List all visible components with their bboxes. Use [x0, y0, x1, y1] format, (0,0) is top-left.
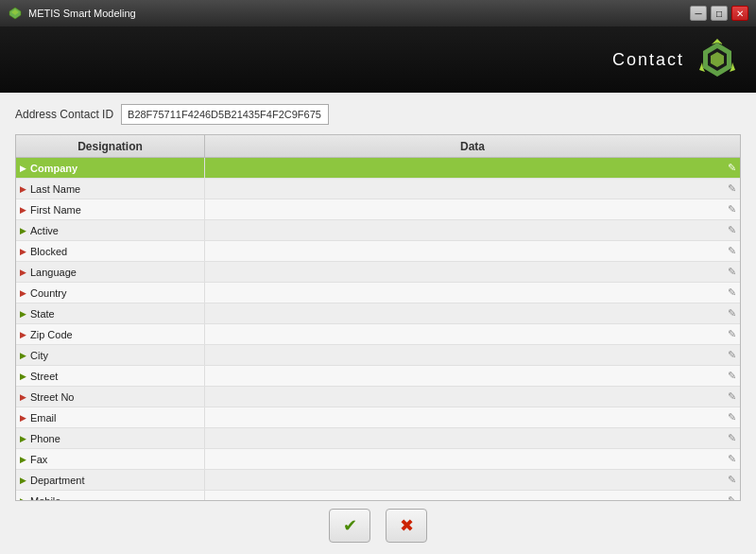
- contact-label: Contact: [612, 50, 684, 70]
- table-row[interactable]: ▶Email✎: [16, 407, 740, 428]
- row-data-2: ✎: [205, 199, 740, 219]
- table-row[interactable]: ▶Mobile✎: [16, 491, 740, 500]
- table-row[interactable]: ▶Department✎: [16, 470, 740, 491]
- table-row[interactable]: ▶Street No✎: [16, 387, 740, 407]
- cancel-icon: ✖: [400, 515, 414, 536]
- row-data-10: ✎: [205, 366, 740, 386]
- edit-icon[interactable]: ✎: [728, 432, 736, 444]
- edit-icon[interactable]: ✎: [728, 224, 736, 236]
- edit-icon[interactable]: ✎: [728, 328, 736, 340]
- close-button[interactable]: ✕: [731, 6, 748, 21]
- table-row[interactable]: ▶Company✎: [16, 158, 740, 179]
- row-label: City: [30, 350, 48, 361]
- row-designation-14: ▶Fax: [16, 449, 205, 469]
- row-label: Mobile: [30, 495, 60, 501]
- edit-icon[interactable]: ✎: [728, 474, 736, 486]
- edit-icon[interactable]: ✎: [728, 494, 736, 500]
- row-label: Street No: [30, 391, 74, 403]
- table-row[interactable]: ▶Active✎: [16, 220, 740, 241]
- row-data-11: ✎: [205, 387, 740, 407]
- edit-icon[interactable]: ✎: [728, 266, 736, 278]
- row-label: Fax: [30, 454, 47, 465]
- contact-id-input[interactable]: [121, 104, 329, 125]
- edit-icon[interactable]: ✎: [728, 349, 736, 361]
- contact-id-row: Address Contact ID: [15, 104, 741, 125]
- row-designation-10: ▶Street: [16, 366, 205, 386]
- row-data-12: ✎: [205, 407, 740, 427]
- table-row[interactable]: ▶Street✎: [16, 366, 740, 387]
- row-arrow: ▶: [20, 205, 26, 215]
- edit-icon[interactable]: ✎: [728, 182, 736, 195]
- table-row[interactable]: ▶Zip Code✎: [16, 324, 740, 345]
- metis-logo: [694, 36, 741, 83]
- row-data-1: ✎: [205, 179, 740, 199]
- row-data-16: ✎: [205, 491, 740, 500]
- col-designation: Designation: [16, 135, 205, 157]
- row-label: Department: [30, 475, 84, 486]
- edit-icon[interactable]: ✎: [728, 203, 736, 216]
- edit-icon[interactable]: ✎: [728, 162, 736, 174]
- row-data-5: ✎: [205, 262, 740, 282]
- confirm-button[interactable]: ✔: [329, 509, 370, 543]
- row-arrow: ▶: [20, 434, 26, 443]
- row-designation-9: ▶City: [16, 345, 205, 365]
- row-data-14: ✎: [205, 449, 740, 469]
- row-designation-5: ▶Language: [16, 262, 205, 282]
- row-arrow: ▶: [20, 288, 26, 298]
- row-label: Zip Code: [30, 329, 73, 340]
- row-label: Phone: [30, 433, 60, 444]
- table-row[interactable]: ▶Fax✎: [16, 449, 740, 470]
- bottom-actions: ✔ ✖: [15, 501, 741, 546]
- row-arrow: ▶: [20, 184, 26, 194]
- row-arrow: ▶: [20, 226, 26, 235]
- table-row[interactable]: ▶City✎: [16, 345, 740, 366]
- row-data-3: ✎: [205, 220, 740, 240]
- maximize-button[interactable]: □: [711, 6, 728, 21]
- row-arrow: ▶: [20, 496, 26, 501]
- edit-icon[interactable]: ✎: [728, 245, 736, 257]
- table-row[interactable]: ▶Blocked✎: [16, 241, 740, 262]
- edit-icon[interactable]: ✎: [728, 453, 736, 465]
- table-body: ▶Company✎▶Last Name✎▶First Name✎▶Active✎…: [16, 158, 740, 500]
- row-arrow: ▶: [20, 372, 26, 381]
- row-designation-8: ▶Zip Code: [16, 324, 205, 344]
- table-row[interactable]: ▶State✎: [16, 303, 740, 324]
- row-arrow: ▶: [20, 476, 26, 485]
- table-row[interactable]: ▶Phone✎: [16, 428, 740, 449]
- row-designation-13: ▶Phone: [16, 428, 205, 448]
- row-label: Blocked: [30, 246, 67, 257]
- contact-id-label: Address Contact ID: [15, 108, 113, 121]
- row-arrow: ▶: [20, 413, 26, 423]
- app-header: Contact: [0, 26, 756, 93]
- edit-icon[interactable]: ✎: [728, 307, 736, 320]
- row-label: Email: [30, 412, 57, 424]
- row-arrow: ▶: [20, 247, 26, 256]
- main-content: Address Contact ID Designation Data ▶Com…: [0, 93, 756, 554]
- edit-icon[interactable]: ✎: [728, 286, 736, 299]
- row-data-15: ✎: [205, 470, 740, 490]
- minimize-button[interactable]: ─: [690, 6, 707, 21]
- edit-icon[interactable]: ✎: [728, 390, 736, 403]
- edit-icon[interactable]: ✎: [728, 411, 736, 424]
- table-row[interactable]: ▶Language✎: [16, 262, 740, 283]
- row-label: Street: [30, 371, 58, 382]
- table-row[interactable]: ▶First Name✎: [16, 199, 740, 220]
- cancel-button[interactable]: ✖: [386, 509, 427, 543]
- app-icon: [8, 6, 23, 21]
- row-data-0: ✎: [205, 158, 740, 178]
- row-label: Active: [30, 225, 59, 236]
- row-data-6: ✎: [205, 283, 740, 303]
- row-designation-2: ▶First Name: [16, 199, 205, 219]
- row-data-8: ✎: [205, 324, 740, 344]
- title-bar-controls[interactable]: ─ □ ✕: [690, 6, 748, 21]
- table-row[interactable]: ▶Last Name✎: [16, 179, 740, 199]
- row-arrow: ▶: [20, 330, 26, 339]
- row-label: First Name: [30, 204, 81, 216]
- table-header: Designation Data: [16, 135, 740, 158]
- row-data-4: ✎: [205, 241, 740, 261]
- edit-icon[interactable]: ✎: [728, 370, 736, 382]
- table-row[interactable]: ▶Country✎: [16, 283, 740, 303]
- title-bar: METIS Smart Modeling ─ □ ✕: [0, 0, 756, 26]
- row-label: Last Name: [30, 183, 80, 195]
- row-designation-11: ▶Street No: [16, 387, 205, 407]
